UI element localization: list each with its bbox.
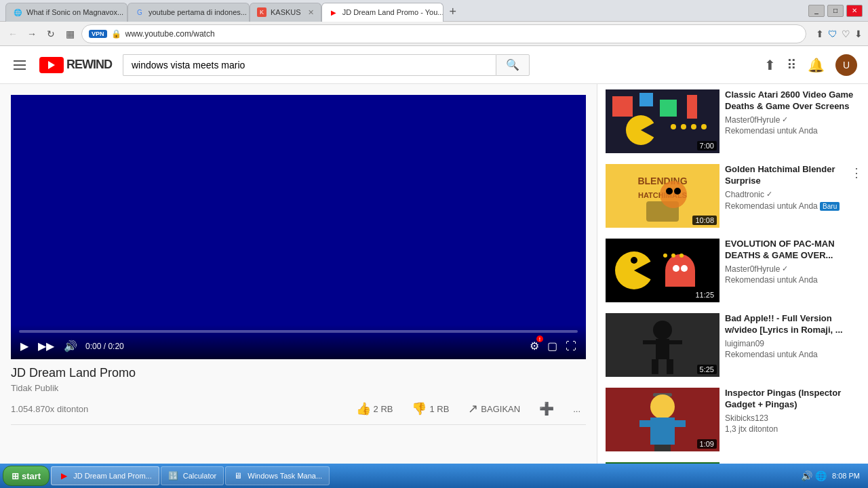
clock: 8:08 PM [832, 472, 860, 480]
video-player[interactable]: ▶ ▶▶ 🔊 0:00 / 0:20 ⚙ ! ▢ ⛶ [11, 95, 586, 359]
svg-rect-40 [650, 418, 675, 445]
svg-point-15 [660, 181, 687, 208]
list-item[interactable]: 1:09 Inspector Pingas (Inspector Gadget … [597, 382, 868, 457]
download-icon[interactable]: ⬇ [854, 28, 863, 39]
adblock-icon[interactable]: 🛡 [828, 28, 837, 39]
upload-video-icon[interactable]: ⬆ [764, 57, 776, 73]
heart-icon[interactable]: ♡ [842, 28, 850, 39]
sidebar-title-1: Classic Atari 2600 Video Game Deaths & G… [725, 89, 860, 113]
svg-rect-3 [660, 100, 677, 117]
search-input[interactable] [123, 54, 496, 76]
svg-point-26 [681, 265, 688, 272]
add-to-playlist-button[interactable]: ➕ [534, 399, 559, 419]
minimize-button[interactable]: _ [808, 5, 825, 17]
thumbsdown-icon: 👎 [412, 401, 427, 416]
sidebar-info-5: Inspector Pingas (Inspector Gadget + Pin… [725, 388, 860, 451]
more-options-button[interactable]: ... [568, 401, 586, 417]
taskbar-item-yt[interactable]: ▶ JD Dream Land Prom... [51, 466, 159, 485]
volume-icon[interactable]: 🔊 [801, 470, 812, 481]
svg-rect-35 [652, 359, 658, 374]
extensions-button[interactable]: ▦ [62, 26, 77, 41]
system-tray: 🔊 🌐 [801, 470, 827, 481]
progress-bar[interactable] [19, 330, 578, 333]
sidebar-more-button-2[interactable]: ⋮ [848, 164, 865, 182]
list-item[interactable]: 5:25 Bad Apple!! - Full Version w/video … [597, 308, 868, 382]
dislike-button[interactable]: 👎 1 RB [406, 399, 454, 419]
fullscreen-button[interactable]: ⛶ [564, 339, 578, 354]
upload-icon[interactable]: ⬆ [816, 28, 824, 39]
taskbar-item-calc[interactable]: 🔢 Calculator [161, 466, 224, 485]
play-button[interactable]: ▶ [19, 338, 30, 354]
svg-point-31 [653, 321, 672, 340]
svg-point-28 [671, 253, 675, 258]
sidebar-channel-1: Master0fHyrule ✓ [725, 115, 860, 125]
list-item[interactable]: 7:00 Classic Atari 2600 Video Game Death… [597, 84, 868, 159]
browser-tab-2[interactable]: G youtube pertama di indones... ✕ [127, 3, 250, 22]
lock-icon: 🔒 [111, 29, 121, 39]
new-tab-button[interactable]: + [443, 3, 462, 22]
mute-button[interactable]: 🔊 [62, 338, 79, 354]
svg-point-9 [691, 124, 696, 129]
time-display: 8:08 PM [832, 472, 860, 480]
search-button[interactable]: 🔍 [496, 54, 530, 76]
svg-point-27 [663, 253, 667, 258]
svg-point-25 [673, 265, 679, 272]
taskbar-item-taskmgr[interactable]: 🖥 Windows Task Mana... [225, 466, 330, 485]
dislike-count: 1 RB [429, 404, 449, 414]
new-badge: Baru [820, 202, 840, 211]
hamburger-menu[interactable] [11, 58, 28, 73]
taskbar-yt-icon: ▶ [58, 470, 69, 481]
main-content: ▶ ▶▶ 🔊 0:00 / 0:20 ⚙ ! ▢ ⛶ [0, 84, 868, 464]
list-item[interactable]: 11:25 EVOLUTION OF PAC-MAN DEATHS & GAME… [597, 233, 868, 308]
taskbar-yt-label: JD Dream Land Prom... [73, 472, 152, 480]
like-button[interactable]: 👍 2 RB [351, 399, 399, 419]
video-visibility: Tidak Publik [11, 383, 586, 393]
controls-right: ⚙ ! ▢ ⛶ [528, 338, 578, 354]
svg-point-21 [631, 257, 637, 264]
tab4-favicon: ▶ [329, 7, 338, 17]
sidebar-info-1: Classic Atari 2600 Video Game Deaths & G… [725, 89, 860, 153]
apps-grid-icon[interactable]: ⠿ [787, 57, 797, 73]
verified-icon-3: ✓ [782, 264, 788, 273]
browser-addressbar: ← → ↻ ▦ VPN 🔒 ⬆ 🛡 ♡ ⬇ [0, 22, 868, 46]
forward-button[interactable]: → [24, 26, 39, 41]
list-item[interactable]: SUPER MARIO 64 15:00 Bob-Omb Battlefield… [597, 457, 868, 464]
settings-wrapper: ⚙ ! [528, 338, 540, 354]
share-button[interactable]: ↗ BAGIKAN [462, 399, 526, 419]
video-actions: 👍 2 RB 👎 1 RB ↗ BAGIKAN ➕ [351, 399, 586, 419]
sidebar-meta-2: Rekomendasi untuk Anda Baru [725, 201, 860, 211]
youtube-logo[interactable]: REWIND [39, 57, 112, 73]
address-input[interactable] [125, 29, 799, 39]
maximize-button[interactable]: □ [827, 5, 844, 17]
sidebar-meta-3: Rekomendasi untuk Anda [725, 275, 860, 285]
start-label: start [22, 471, 41, 481]
notifications-icon[interactable]: 🔔 [808, 57, 825, 73]
list-item[interactable]: BLENDING HATCHIMALS 10:08 Golden Hatchim… [597, 159, 868, 233]
network-icon[interactable]: 🌐 [815, 470, 827, 481]
tab3-label: KASKUS [271, 8, 301, 16]
tab3-close[interactable]: ✕ [308, 8, 314, 17]
theater-mode-button[interactable]: ▢ [546, 338, 559, 354]
browser-tab-3[interactable]: K KASKUS ✕ [250, 3, 321, 22]
sidebar-channel-4: luigiman09 [725, 339, 860, 348]
video-title: JD Dream Land Promo [11, 366, 586, 380]
more-options-label: ... [573, 404, 580, 414]
reload-button[interactable]: ↻ [43, 26, 58, 41]
taskbar-taskmgr-label: Windows Task Mana... [248, 472, 322, 480]
start-button[interactable]: ⊞ start [3, 466, 50, 486]
sidebar-info-3: EVOLUTION OF PAC-MAN DEATHS & GAME OVER.… [725, 239, 860, 302]
window-controls: _ □ ✕ [808, 5, 863, 17]
close-button[interactable]: ✕ [846, 5, 863, 17]
back-button[interactable]: ← [5, 26, 20, 41]
youtube-logo-text: REWIND [66, 58, 112, 72]
sidebar-meta-1: Rekomendasi untuk Anda [725, 126, 860, 136]
next-button[interactable]: ▶▶ [37, 338, 56, 354]
video-info: JD Dream Land Promo Tidak Publik 1.054.8… [11, 366, 586, 425]
header-right: ⬆ ⠿ 🔔 U [764, 54, 857, 76]
thumbnail-5: 1:09 [606, 388, 719, 451]
user-avatar[interactable]: U [835, 54, 857, 76]
tab1-favicon: 🌐 [13, 7, 22, 17]
taskbar-taskmgr-icon: 🖥 [233, 470, 243, 481]
browser-tab-4[interactable]: ▶ JD Dream Land Promo - You... ✕ [321, 3, 443, 22]
browser-tab-1[interactable]: 🌐 What if Sonic on Magnavox... ✕ [5, 3, 127, 22]
